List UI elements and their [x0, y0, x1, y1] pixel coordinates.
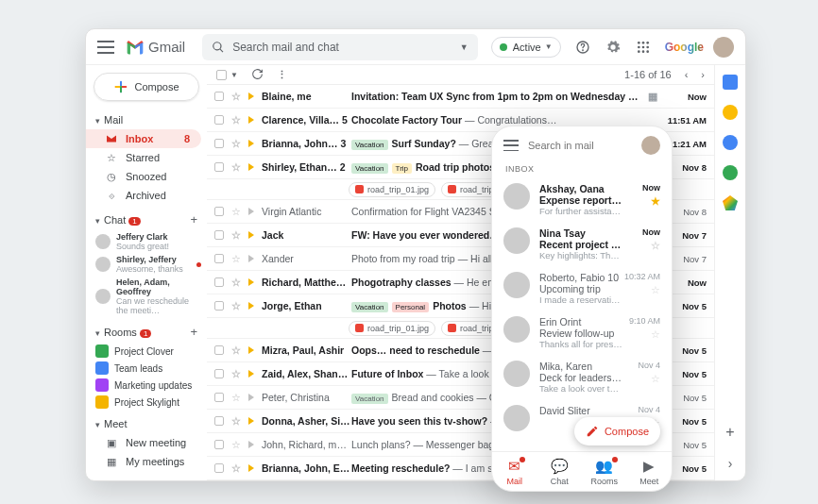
add-room-icon[interactable]: + — [190, 325, 197, 339]
account-avatar[interactable] — [713, 37, 734, 58]
mobile-account-avatar[interactable] — [641, 136, 660, 155]
importance-marker-icon[interactable] — [248, 116, 256, 124]
mobile-compose-button[interactable]: Compose — [574, 417, 660, 445]
room-item[interactable]: Project Clover — [86, 343, 207, 360]
apps-grid-icon[interactable] — [635, 39, 652, 56]
select-all-checkbox[interactable] — [216, 70, 227, 80]
refresh-icon[interactable] — [251, 68, 264, 82]
importance-marker-icon[interactable] — [248, 92, 256, 100]
chat-item[interactable]: Helen, Adam, GeoffreyCan we reschedule t… — [86, 276, 207, 317]
mail-section-header[interactable]: ▾Mail — [86, 110, 207, 129]
importance-marker-icon[interactable] — [248, 370, 256, 378]
compose-button[interactable]: Compose — [94, 73, 199, 101]
room-item[interactable]: Marketing updates — [86, 377, 207, 394]
mobile-tab-mail[interactable]: ✉Mail — [492, 452, 537, 491]
row-checkbox[interactable] — [214, 369, 224, 378]
settings-icon[interactable] — [605, 39, 622, 56]
keep-app-icon[interactable] — [723, 105, 738, 120]
help-icon[interactable] — [574, 39, 591, 56]
rooms-section-header[interactable]: ▾Rooms 1+ — [86, 321, 207, 343]
importance-marker-icon[interactable] — [248, 441, 256, 448]
star-icon[interactable]: ★ — [651, 195, 660, 208]
row-checkbox[interactable] — [214, 92, 224, 101]
sidebar-item-inbox[interactable]: Inbox8 — [86, 129, 201, 148]
row-checkbox[interactable] — [214, 254, 224, 263]
importance-marker-icon[interactable] — [248, 346, 256, 354]
star-icon[interactable]: ☆ — [651, 284, 660, 296]
mobile-email-item[interactable]: Mika, KarenDeck for leadershipTake a loo… — [492, 355, 672, 399]
meet-section-header[interactable]: ▾Meet — [86, 414, 207, 433]
importance-marker-icon[interactable] — [248, 255, 256, 262]
star-icon[interactable]: ☆ — [231, 415, 241, 428]
google-logo[interactable]: Google — [665, 41, 704, 54]
chat-section-header[interactable]: ▾Chat 1+ — [86, 209, 207, 230]
room-item[interactable]: Team leads — [86, 360, 207, 377]
mobile-hamburger-icon[interactable] — [503, 140, 519, 151]
mobile-tab-rooms[interactable]: 👥Rooms — [582, 452, 627, 491]
tasks-app-icon[interactable] — [723, 135, 738, 150]
star-icon[interactable]: ☆ — [231, 91, 241, 103]
row-checkbox[interactable] — [214, 393, 224, 402]
contacts-app-icon[interactable] — [723, 165, 738, 180]
star-icon[interactable]: ☆ — [231, 253, 241, 265]
star-icon[interactable]: ☆ — [231, 277, 241, 289]
mobile-search-placeholder[interactable]: Search in mail — [528, 140, 641, 151]
importance-marker-icon[interactable] — [248, 302, 256, 310]
importance-marker-icon[interactable] — [248, 140, 256, 147]
star-icon[interactable]: ☆ — [231, 138, 241, 150]
row-checkbox[interactable] — [214, 463, 224, 473]
star-icon[interactable]: ☆ — [231, 229, 241, 242]
sidebar-item-archived[interactable]: ⟐Archived — [86, 186, 207, 205]
row-checkbox[interactable] — [214, 230, 224, 240]
select-all-dropdown-icon[interactable]: ▼ — [230, 71, 238, 79]
mobile-email-item[interactable]: Akshay, OanaExpense report pendingFor fu… — [492, 177, 672, 222]
mobile-email-item[interactable]: Roberto, Fabio 10Upcoming tripI made a r… — [492, 266, 672, 311]
star-icon[interactable]: ☆ — [231, 368, 241, 380]
star-icon[interactable]: ☆ — [231, 344, 241, 357]
importance-marker-icon[interactable] — [248, 278, 256, 286]
star-icon[interactable]: ☆ — [231, 206, 241, 218]
collapse-panel-icon[interactable]: › — [728, 456, 733, 471]
row-checkbox[interactable] — [214, 416, 224, 426]
prev-page-icon[interactable]: ‹ — [685, 69, 689, 80]
row-checkbox[interactable] — [214, 440, 224, 449]
mobile-email-item[interactable]: Erin OrintReview follow-upThanks all for… — [492, 311, 672, 355]
status-chip[interactable]: Active ▼ — [491, 37, 561, 58]
importance-marker-icon[interactable] — [248, 464, 256, 472]
email-row[interactable]: ☆Blaine, meInvitation: Team UX Sync from… — [207, 85, 714, 109]
room-item[interactable]: Project Skylight — [86, 394, 207, 411]
meet-item[interactable]: ▣New meeting — [86, 433, 207, 452]
sidebar-item-snoozed[interactable]: ◷Snoozed — [86, 167, 207, 186]
mobile-tab-meet[interactable]: ▶Meet — [627, 452, 673, 491]
importance-marker-icon[interactable] — [248, 231, 256, 239]
star-icon[interactable]: ☆ — [231, 114, 241, 126]
attachment-chip[interactable]: road_trip_01.jpg — [349, 321, 435, 336]
gmail-logo[interactable]: Gmail — [126, 39, 185, 55]
star-icon[interactable]: ☆ — [651, 328, 660, 341]
meet-item[interactable]: ▦My meetings — [86, 452, 207, 471]
mobile-tab-chat[interactable]: 💬Chat — [537, 452, 583, 491]
row-checkbox[interactable] — [214, 139, 224, 148]
star-icon[interactable]: ☆ — [231, 300, 241, 312]
calendar-app-icon[interactable] — [723, 75, 738, 90]
star-icon[interactable]: ☆ — [231, 161, 241, 174]
star-icon[interactable]: ☆ — [651, 373, 660, 385]
hamburger-icon[interactable] — [97, 41, 114, 54]
star-icon[interactable]: ☆ — [231, 462, 241, 475]
add-panel-icon[interactable]: + — [725, 424, 734, 441]
star-icon[interactable]: ☆ — [231, 392, 241, 404]
sidebar-item-starred[interactable]: ☆Starred — [86, 148, 207, 167]
importance-marker-icon[interactable] — [248, 163, 256, 171]
search-dropdown-icon[interactable]: ▼ — [460, 42, 469, 52]
row-checkbox[interactable] — [214, 345, 224, 355]
row-checkbox[interactable] — [214, 115, 224, 125]
search-bar[interactable]: Search mail and chat ▼ — [202, 34, 478, 60]
chat-item[interactable]: Shirley, JefferyAwesome, thanks — [86, 253, 207, 276]
row-checkbox[interactable] — [214, 277, 224, 287]
importance-marker-icon[interactable] — [248, 394, 256, 401]
attachment-chip[interactable]: road_trip_01.jpg — [349, 182, 435, 197]
more-icon[interactable]: ⋮ — [277, 69, 287, 81]
importance-marker-icon[interactable] — [248, 208, 256, 215]
importance-marker-icon[interactable] — [248, 417, 256, 425]
star-icon[interactable]: ☆ — [231, 439, 241, 451]
